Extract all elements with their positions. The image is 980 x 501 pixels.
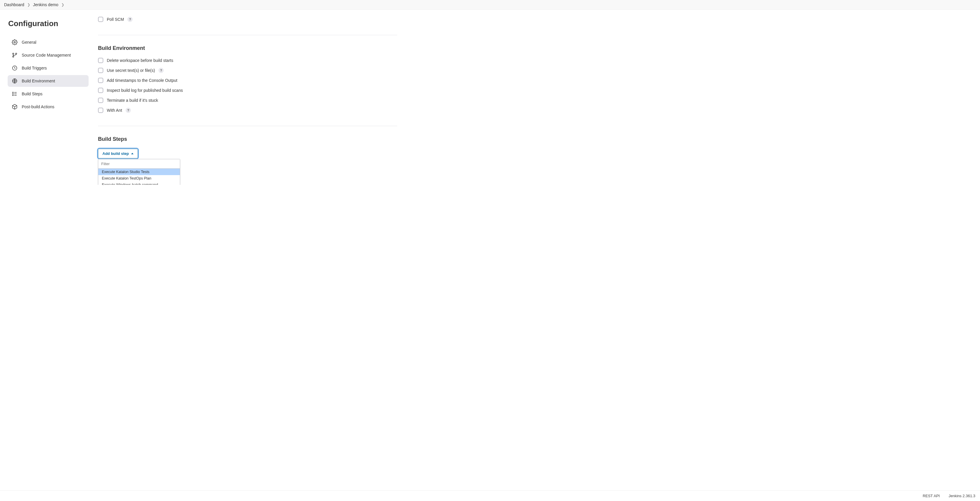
checkbox-delete-workspace[interactable] [98,58,103,63]
svg-point-6 [13,92,13,93]
checkbox-with-ant[interactable] [98,108,103,113]
svg-point-7 [13,94,13,94]
checkbox-label: Use secret text(s) or file(s) [107,68,155,73]
sidebar-item-label: Build Steps [22,92,43,96]
caret-up-icon [131,153,134,154]
chevron-right-icon: ❯ [27,3,30,7]
section-title: Build Environment [98,45,397,51]
svg-point-2 [13,56,14,57]
help-icon[interactable]: ? [126,108,131,113]
sidebar-item-label: Build Triggers [22,66,47,70]
check-row: Inspect build log for published build sc… [98,88,397,93]
sidebar-item-build-steps[interactable]: Build Steps [8,88,89,100]
chevron-right-icon: ❯ [61,3,64,7]
breadcrumb-dashboard[interactable]: Dashboard [4,2,24,7]
check-row: Terminate a build if it's stuck [98,98,397,103]
button-label: Add build step [102,151,129,156]
gear-icon [12,39,18,45]
page-title: Configuration [8,19,89,28]
main-content: Poll SCM ? Build Environment Delete work… [98,16,397,167]
sidebar-item-post-build[interactable]: Post-build Actions [8,101,89,113]
build-step-dropdown: Execute Katalon Studio Tests Execute Kat… [98,159,180,185]
sidebar-item-label: General [22,40,37,45]
section-build-steps: Build Steps Add build step Execute Katal… [98,126,397,167]
breadcrumb: Dashboard ❯ Jenkins demo ❯ [0,0,980,10]
sidebar-nav: General Source Code Management Build Tri… [8,37,89,113]
checkbox-secret-text[interactable] [98,68,103,73]
svg-point-8 [13,95,13,96]
package-icon [12,104,18,110]
checkbox-label: Poll SCM [107,17,124,22]
checkbox-poll-scm[interactable] [98,17,103,22]
sidebar-item-label: Build Environment [22,79,55,83]
sidebar-item-triggers[interactable]: Build Triggers [8,62,89,74]
section-triggers-tail: Poll SCM ? [98,17,397,35]
steps-icon [12,91,18,97]
svg-point-1 [13,53,14,54]
sidebar: Configuration General Source Code Manage… [4,16,92,167]
add-build-step-button[interactable]: Add build step [98,149,138,158]
check-row: Delete workspace before build starts [98,58,397,63]
dropdown-option[interactable]: Execute Windows batch command [98,181,180,185]
checkbox-label: Delete workspace before build starts [107,58,173,63]
checkbox-timestamps[interactable] [98,78,103,83]
section-build-environment: Build Environment Delete workspace befor… [98,35,397,126]
clock-icon [12,65,18,71]
svg-point-0 [14,41,16,43]
sidebar-item-label: Post-build Actions [22,105,54,109]
check-row: With Ant ? [98,108,397,113]
help-icon[interactable]: ? [127,17,133,22]
check-row: Use secret text(s) or file(s) ? [98,68,397,73]
breadcrumb-project[interactable]: Jenkins demo [33,2,58,7]
checkbox-label: Terminate a build if it's stuck [107,98,158,103]
checkbox-terminate-stuck[interactable] [98,98,103,103]
checkbox-label: With Ant [107,108,122,113]
sidebar-item-general[interactable]: General [8,37,89,48]
dropdown-option[interactable]: Execute Katalon TestOps Plan [98,175,180,181]
check-row-poll-scm: Poll SCM ? [98,17,397,22]
dropdown-options: Execute Katalon Studio Tests Execute Kat… [98,169,180,185]
globe-icon [12,78,18,84]
sidebar-item-label: Source Code Management [22,53,71,57]
section-title: Build Steps [98,136,397,142]
checkbox-label: Add timestamps to the Console Output [107,78,177,83]
checkbox-label: Inspect build log for published build sc… [107,88,183,93]
filter-input[interactable] [98,159,180,169]
svg-point-3 [16,53,17,54]
dropdown-option[interactable]: Execute Katalon Studio Tests [98,169,180,175]
branch-icon [12,52,18,58]
checkbox-inspect-log[interactable] [98,88,103,93]
sidebar-item-scm[interactable]: Source Code Management [8,49,89,61]
sidebar-item-build-environment[interactable]: Build Environment [8,75,89,87]
check-row: Add timestamps to the Console Output [98,78,397,83]
help-icon[interactable]: ? [158,68,164,73]
